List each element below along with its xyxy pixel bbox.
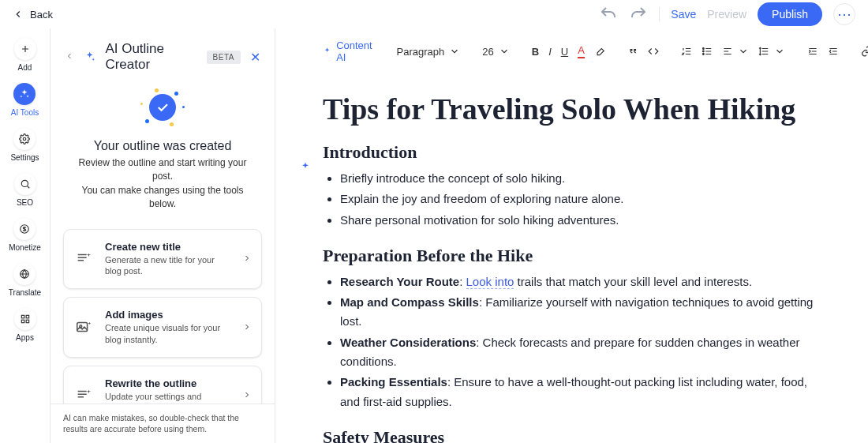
- chevron-down-icon: [774, 46, 785, 57]
- card-add-images[interactable]: Add images Create unique visuals for you…: [63, 297, 262, 358]
- text-color-button[interactable]: A: [578, 43, 585, 59]
- svg-point-11: [702, 51, 704, 52]
- paragraph-style-select[interactable]: Paragraph: [397, 46, 461, 58]
- svg-point-1: [21, 180, 28, 186]
- ol-icon: [681, 46, 692, 57]
- back-label: Back: [30, 9, 53, 21]
- line-height-icon: [758, 46, 769, 57]
- editor-scroll[interactable]: Content AI Paragraph 26 B I U A: [275, 28, 868, 443]
- top-bar: Back Save Preview Publish ⋯: [0, 0, 868, 28]
- list-item: Share personal motivation for solo hikin…: [340, 211, 821, 230]
- quote-button[interactable]: [627, 43, 638, 59]
- chevron-down-icon: [499, 46, 510, 57]
- plus-icon: [20, 43, 31, 54]
- svg-point-10: [702, 48, 704, 50]
- font-size-select[interactable]: 26: [482, 46, 509, 58]
- rail-item-seo[interactable]: SEO: [14, 173, 36, 207]
- bullet-list: Briefly introduce the concept of solo hi…: [340, 169, 821, 230]
- card-title: Add images: [105, 309, 231, 321]
- chevron-right-icon: [242, 321, 252, 335]
- indent-icon: [807, 46, 818, 57]
- panel-title: AI Outline Creator: [105, 41, 196, 73]
- card-title: Create new title: [105, 241, 231, 253]
- ul-icon: [702, 46, 713, 57]
- title-icon: [75, 250, 92, 268]
- inline-link[interactable]: Look into: [466, 275, 514, 289]
- outdent-button[interactable]: [828, 43, 839, 59]
- rail-item-monetize[interactable]: Monetize: [9, 218, 41, 252]
- list-item: Explain the joy and freedom of exploring…: [340, 190, 821, 208]
- unordered-list-button[interactable]: [702, 43, 713, 59]
- rail-item-translate[interactable]: Translate: [9, 263, 41, 297]
- beta-badge: BETA: [207, 51, 241, 64]
- panel-close-button[interactable]: ✕: [250, 50, 260, 65]
- undo-button[interactable]: [599, 5, 618, 24]
- list-item: Briefly introduce the concept of solo hi…: [340, 169, 821, 188]
- outdent-icon: [828, 46, 839, 57]
- section-heading: Safety Measures: [323, 427, 821, 443]
- top-actions: Save Preview Publish ⋯: [599, 2, 855, 26]
- chevron-down-icon: [738, 46, 749, 57]
- card-sub: Create unique visuals for your blog inst…: [105, 322, 231, 346]
- list-item: Packing Essentials: Ensure to have a wel…: [340, 373, 821, 411]
- rail-item-add[interactable]: Add: [14, 38, 36, 72]
- rail-item-apps[interactable]: Apps: [14, 308, 36, 342]
- panel-back-button[interactable]: [65, 50, 74, 64]
- doc-title: Tips for Traveling Solo When Hiking: [323, 92, 821, 126]
- arrow-left-icon: [13, 9, 24, 20]
- bullet-list: Research Your Route: Look into trails th…: [340, 272, 821, 411]
- rail-item-ai-tools[interactable]: AI Tools: [11, 83, 39, 117]
- publish-button[interactable]: Publish: [758, 2, 822, 26]
- more-icon: ⋯: [837, 6, 851, 23]
- svg-rect-7: [26, 320, 29, 323]
- content-ai-button[interactable]: Content AI: [323, 39, 375, 63]
- align-icon: [722, 46, 733, 57]
- grid-icon: [20, 313, 31, 325]
- more-button[interactable]: ⋯: [833, 3, 855, 25]
- align-select[interactable]: [722, 46, 749, 57]
- preview-button: Preview: [707, 8, 746, 21]
- highlight-button[interactable]: [594, 43, 605, 59]
- back-button[interactable]: Back: [13, 9, 53, 21]
- svg-rect-6: [21, 320, 24, 323]
- svg-point-12: [702, 54, 704, 55]
- svg-point-0: [24, 137, 27, 141]
- rewrite-icon: [75, 387, 92, 404]
- spark-icon: [19, 88, 30, 99]
- rail-item-settings[interactable]: Settings: [10, 128, 39, 162]
- list-item: Weather Considerations: Check forecasts …: [340, 333, 821, 372]
- confirm-block: Your outline was created Review the outl…: [51, 77, 275, 229]
- card-title: Rewrite the outline: [105, 377, 231, 389]
- check-icon: [155, 100, 170, 115]
- bold-button[interactable]: B: [532, 43, 539, 59]
- italic-button[interactable]: I: [548, 43, 552, 59]
- confirm-sub: Review the outline and start writing you…: [74, 156, 251, 212]
- save-button[interactable]: Save: [671, 8, 696, 21]
- globe-icon: [19, 268, 30, 280]
- card-create-title[interactable]: Create new title Generate a new title fo…: [63, 229, 262, 290]
- spark-icon: [84, 50, 95, 64]
- document-body[interactable]: Tips for Traveling Solo When Hiking Intr…: [275, 73, 868, 443]
- editor-area: Content AI Paragraph 26 B I U A: [275, 28, 868, 443]
- image-icon: [75, 319, 92, 336]
- gear-icon: [19, 133, 30, 145]
- section-heading: Introduction: [323, 142, 821, 163]
- ai-panel: AI Outline Creator BETA ✕ Your outline w…: [51, 28, 275, 443]
- chevron-left-icon: [65, 51, 74, 61]
- underline-button[interactable]: U: [561, 43, 568, 59]
- list-item: Research Your Route: Look into trails th…: [340, 272, 821, 291]
- redo-button[interactable]: [629, 5, 648, 24]
- code-button[interactable]: [648, 43, 659, 59]
- success-icon: [144, 88, 181, 126]
- side-rail: Add AI Tools Settings SEO Monetize Trans…: [0, 28, 51, 443]
- indent-button[interactable]: [807, 43, 818, 59]
- confirm-title: Your outline was created: [94, 139, 232, 153]
- ai-section-marker[interactable]: [299, 161, 312, 174]
- chevron-down-icon: [449, 46, 460, 57]
- ordered-list-button[interactable]: [681, 43, 692, 59]
- link-button[interactable]: [861, 43, 868, 59]
- svg-rect-5: [26, 315, 29, 318]
- line-height-select[interactable]: [758, 46, 785, 57]
- divider: [659, 7, 660, 21]
- redo-icon: [629, 5, 648, 24]
